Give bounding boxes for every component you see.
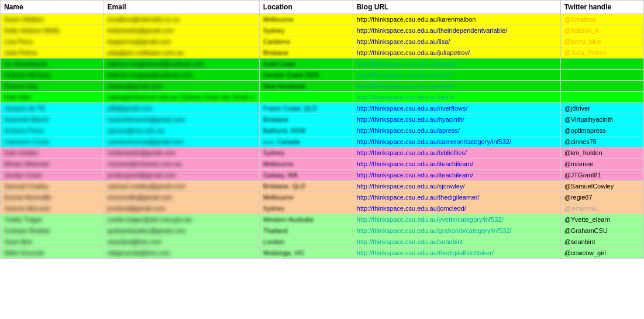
- cell-name: Andrew Press: [1, 125, 104, 136]
- cell-location: Gordon Coast 2025: [259, 70, 353, 81]
- cell-location: New Hundreds: [259, 81, 353, 92]
- cell-blog[interactable]: http://thinkspace.csu.edu.au/thedigilear…: [353, 192, 560, 203]
- table-row: Jordan Grantjordangrant@gmail.comGalway,…: [1, 170, 644, 181]
- cell-blog[interactable]: http://thinkspace.csu.edu.au/mtnf/: [353, 70, 560, 81]
- table-row: Yvette Trageryvette.trager@det.nsw.gov.a…: [1, 214, 644, 225]
- cell-blog[interactable]: http://thinkspace.csu.edu.au/karenmalbon: [353, 14, 560, 25]
- cell-email: seanbint@live.com: [104, 236, 259, 248]
- cell-twitter: @kathellis74: [560, 92, 643, 103]
- cell-name: Nikki Grounds: [1, 248, 104, 259]
- blog-link[interactable]: http://thinkspace.csu.edu.au/juliapetrov…: [357, 49, 470, 56]
- cell-blog[interactable]: http://thinkspace.csu.edu.au/iteachilear…: [353, 170, 560, 181]
- cell-location: Sydney: [259, 203, 353, 214]
- cell-blog[interactable]: http://thinkspace.csu.edu.au/hinsky/: [353, 59, 560, 70]
- table-row: Sean Bintseanbint@live.comLondonhttp://t…: [1, 236, 644, 248]
- cell-location: [259, 92, 353, 103]
- cell-name: Jacquie de Till: [1, 103, 104, 114]
- blog-link[interactable]: http://thinkspace.csu.edu.au/theindepend…: [357, 27, 507, 34]
- cell-location: Thailand: [259, 225, 353, 236]
- cell-location: v.v.l. Canada: [259, 136, 353, 148]
- table-row: Graham Bowkergrahambowker@gmail.comThail…: [1, 225, 644, 236]
- blog-link[interactable]: http://thinkspace.csu.edu.au/jomcleod/: [357, 205, 466, 212]
- cell-twitter: @jdtriver: [560, 103, 643, 114]
- cell-location: London: [259, 236, 353, 248]
- blog-link[interactable]: http://thinkspace.csu.edu.au/riverflows/: [357, 105, 468, 112]
- cell-blog[interactable]: http://thinkspace.csu.edu.au/bibliofiles…: [353, 148, 560, 159]
- cell-email: yvette.trager@det.nsw.gov.au: [104, 214, 259, 225]
- cell-location: Canberra: [259, 36, 353, 47]
- blog-link[interactable]: http://thinkspace.csu.edu.au/karenmalbon: [357, 16, 476, 23]
- blog-link[interactable]: http://thinkspace.csu.edu.au/lisa/: [357, 38, 450, 45]
- cell-twitter: @hobson_k: [560, 25, 643, 36]
- cell-email: julia@pro-software.com.au: [104, 47, 259, 59]
- table-row: Jacquie de Tilljdill@gmail.comFraser Coa…: [1, 103, 644, 114]
- cell-location: Bathurst, NSW: [259, 125, 353, 136]
- blog-link[interactable]: http://thinkspace.csu.edu.au/hyacinth/: [357, 116, 464, 123]
- blog-link[interactable]: http://thinkspace.csu.edu.au/hinsky/: [357, 60, 459, 67]
- cell-location: Sydney: [259, 25, 353, 36]
- cell-blog[interactable]: http://thinkspace.csu.edu.au/jomcleod/: [353, 203, 560, 214]
- cell-location: Western Australia: [259, 214, 353, 225]
- blog-link[interactable]: http://thinkspace.csu.edu.au/bibliofiles…: [357, 149, 467, 156]
- cell-name: Emma Normville: [1, 192, 104, 203]
- cell-blog[interactable]: http://thinkspace.csu.edu.au/juliapetrov…: [353, 47, 560, 59]
- cell-twitter: @kathmcg1: [560, 70, 643, 81]
- cell-blog[interactable]: http://thinkspace.csu.edu.au/hyacinth/: [353, 114, 560, 125]
- cell-blog[interactable]: http://thinkspace.csu.edu.au/dkay/: [353, 81, 560, 92]
- cell-blog[interactable]: http://thinkspace.csu.edu.au/yvette/cate…: [353, 214, 560, 225]
- blog-link[interactable]: http://thinkspace.csu.edu.au/iteachilear…: [357, 160, 473, 167]
- cell-name: Kyle Holden: [1, 148, 104, 159]
- cell-name: Damon Kay: [1, 81, 104, 92]
- table-row: Kyle Holdenholdenkylie@gmail.comSydneyht…: [1, 148, 644, 159]
- cell-blog[interactable]: http://thinkspace.csu.edu.au/grahamb/cat…: [353, 225, 560, 236]
- cell-location: Wodonga, VIC: [259, 248, 353, 259]
- cell-twitter: @Kmalbon: [560, 14, 643, 25]
- cell-name: Sean Bint: [1, 236, 104, 248]
- table-row: Karen Malbonkmalbon@intersekt.co.nzMelbo…: [1, 14, 644, 25]
- cell-email: grahambowker@gmail.com: [104, 225, 259, 236]
- cell-location: Melbourne: [259, 192, 353, 203]
- blog-link[interactable]: http://thinkspace.csu.edu.au/dkay/: [357, 83, 454, 90]
- cell-blog[interactable]: http://thinkspace.csu.edu.au/theindepend…: [353, 25, 560, 36]
- cell-email: samuel.cowley@gmail.com: [104, 181, 259, 192]
- table-row: Emma Normvilleenormville@gmail.comMelbou…: [1, 192, 644, 203]
- table-row: Nikki Groundsnikigrounds@live.comWodonga…: [1, 248, 644, 259]
- cell-blog[interactable]: http://thinkspace.csu.edu.au/riverflows/: [353, 103, 560, 114]
- cell-blog[interactable]: http://thinkspace.csu.edu.au/cameron/cat…: [353, 136, 560, 148]
- cell-twitter: @SamuelCowley: [560, 181, 643, 192]
- blog-link[interactable]: http://thinkspace.csu.edu.au/mtnf/: [357, 71, 453, 78]
- cell-location: Gold Coast: [259, 59, 353, 70]
- cell-blog[interactable]: http://thinkspace.csu.edu.au/kellis/: [353, 92, 560, 103]
- cell-blog[interactable]: http://thinkspace.csu.edu.au/lisa/: [353, 36, 560, 47]
- blog-link[interactable]: http://thinkspace.csu.edu.au/thedigilear…: [357, 194, 480, 201]
- cell-twitter: @ky_hinselwood: [560, 59, 643, 70]
- cell-twitter: @Yvette_elearn: [560, 214, 643, 225]
- cell-email: enormville@gmail.com: [104, 192, 259, 203]
- header-location: Location: [259, 1, 353, 14]
- cell-email: katheglenharmon.edu.au Sydney Outer the …: [104, 92, 259, 103]
- blog-link[interactable]: http://thinkspace.csu.edu.au/apress/: [357, 127, 460, 134]
- cell-email: hyacinthmarsh@gmail.com: [104, 114, 259, 125]
- cell-twitter: @km_holden: [560, 148, 643, 159]
- blog-link[interactable]: http://thinkspace.csu.edu.au/iteachilear…: [357, 171, 473, 179]
- blog-link[interactable]: http://thinkspace.csu.edu.au/thedigitalh…: [357, 249, 494, 256]
- cell-email: jdill@gmail.com: [104, 103, 259, 114]
- cell-name: Kathryn McGray: [1, 70, 104, 81]
- cell-email: mismee@mismee.com.au: [104, 159, 259, 170]
- cell-blog[interactable]: http://thinkspace.csu.edu.au/sjcowley/: [353, 181, 560, 192]
- blog-link[interactable]: http://thinkspace.csu.edu.au/seanbint: [357, 238, 463, 245]
- cell-twitter: @GrahamCSU: [560, 225, 643, 236]
- blog-link[interactable]: http://thinkspace.csu.edu.au/grahamb/cat…: [357, 227, 512, 234]
- cell-blog[interactable]: http://thinkspace.csu.edu.au/thedigitalh…: [353, 248, 560, 259]
- cell-blog[interactable]: http://thinkspace.csu.edu.au/seanbint: [353, 236, 560, 248]
- table-row: Joanne McLeodjmcleod@gmail.comSydneyhttp…: [1, 203, 644, 214]
- blog-link[interactable]: http://thinkspace.csu.edu.au/kellis/: [357, 94, 455, 101]
- table-row: Kathryn McGraykathryn.mcgray@outlook.com…: [1, 70, 644, 81]
- cell-blog[interactable]: http://thinkspace.csu.edu.au/iteachilear…: [353, 159, 560, 170]
- table-row: Hyacinth Marshhyacinthmarsh@gmail.comBri…: [1, 114, 644, 125]
- blog-link[interactable]: http://thinkspace.csu.edu.au/yvette/cate…: [357, 216, 504, 223]
- cell-blog[interactable]: http://thinkspace.csu.edu.au/apress/: [353, 125, 560, 136]
- blog-link[interactable]: http://thinkspace.csu.edu.au/sjcowley/: [357, 183, 465, 190]
- cell-email: nikigrounds@live.com: [104, 248, 259, 259]
- blog-link[interactable]: http://thinkspace.csu.edu.au/cameron/cat…: [357, 138, 511, 145]
